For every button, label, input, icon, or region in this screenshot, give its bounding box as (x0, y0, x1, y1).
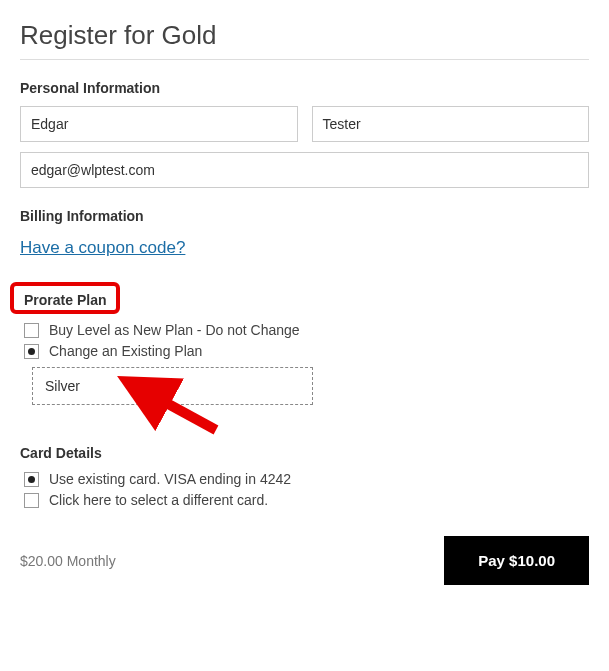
personal-info-heading: Personal Information (20, 80, 589, 96)
pay-button[interactable]: Pay $10.00 (444, 536, 589, 585)
last-name-field[interactable]: Tester (312, 106, 590, 142)
prorate-option-change[interactable]: Change an Existing Plan (22, 343, 589, 359)
card-option-different[interactable]: Click here to select a different card. (22, 492, 589, 508)
radio-icon (24, 472, 39, 487)
prorate-option-change-label: Change an Existing Plan (49, 343, 202, 359)
first-name-field[interactable]: Edgar (20, 106, 298, 142)
plan-select[interactable]: Silver (32, 367, 313, 405)
radio-icon (24, 323, 39, 338)
price-text: $20.00 Monthly (20, 553, 116, 569)
prorate-heading: Prorate Plan (24, 292, 106, 308)
page-title: Register for Gold (20, 20, 589, 60)
billing-info-heading: Billing Information (20, 208, 589, 224)
svg-line-1 (139, 388, 216, 430)
prorate-option-new[interactable]: Buy Level as New Plan - Do not Change (22, 322, 589, 338)
card-option-existing[interactable]: Use existing card. VISA ending in 4242 (22, 471, 589, 487)
coupon-link[interactable]: Have a coupon code? (20, 238, 185, 258)
prorate-option-new-label: Buy Level as New Plan - Do not Change (49, 322, 300, 338)
card-option-different-label: Click here to select a different card. (49, 492, 268, 508)
card-details-heading: Card Details (20, 445, 589, 461)
card-option-existing-label: Use existing card. VISA ending in 4242 (49, 471, 291, 487)
annotation-arrow-icon (111, 370, 231, 450)
radio-icon (24, 493, 39, 508)
prorate-highlight: Prorate Plan (10, 282, 120, 314)
email-field[interactable]: edgar@wlptest.com (20, 152, 589, 188)
radio-icon (24, 344, 39, 359)
plan-select-value: Silver (45, 378, 80, 394)
